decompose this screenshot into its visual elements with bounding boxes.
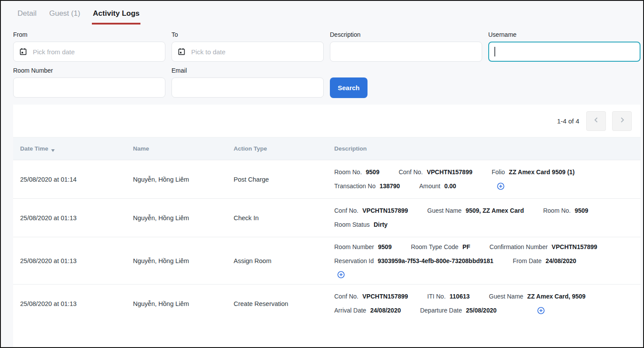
column-header-action-type: Action Type — [234, 145, 334, 152]
results-card: 1-4 of 4 Date TimeNameAction TypeDescrip… — [13, 105, 640, 347]
description-label: Description — [330, 31, 482, 39]
desc-value: 9509 — [574, 206, 588, 215]
desc-value: VPCHTN157899 — [362, 292, 408, 301]
to-date-input[interactable] — [172, 42, 324, 62]
desc-label: Room Status — [334, 220, 370, 229]
cell-date-time: 25/08/2020 at 01:13 — [20, 214, 133, 221]
column-header-label: Name — [133, 145, 149, 152]
description-pair: Conf No.VPCHTN157899 — [334, 206, 408, 215]
desc-label: Amount — [419, 182, 440, 191]
tab-guest-1[interactable]: Guest (1) — [48, 5, 81, 25]
tab-bar: DetailGuest (1)Activity Logs — [17, 5, 140, 25]
expand-icon[interactable] — [537, 306, 545, 315]
column-header-date-time[interactable]: Date Time — [20, 145, 133, 152]
desc-value: 9303959a-7f53-4efb-800e-73208bbd9181 — [378, 257, 494, 266]
desc-value: Dirty — [374, 220, 388, 229]
expand-icon[interactable] — [337, 271, 345, 279]
table-body: 25/08/2020 at 01:14Nguyễn, Hồng LiêmPost… — [13, 160, 640, 347]
description-line: Room Number9509Room Type CodePFConfirmat… — [334, 243, 640, 252]
room-number-field: Room Number — [13, 67, 165, 98]
cell-action-type: Assign Room — [234, 257, 334, 264]
desc-value: 25/08/2020 — [466, 306, 497, 315]
cell-date-time: 25/08/2020 at 01:13 — [20, 300, 133, 307]
description-line: Arrival Date24/08/2020Departure Date25/0… — [334, 306, 640, 315]
description-line: Room No.9509Conf No.VPCHTN157899FolioZZ … — [334, 168, 640, 177]
desc-value: PF — [462, 243, 470, 252]
cell-name: Nguyễn, Hồng Liêm — [133, 257, 234, 264]
tab-activity-logs[interactable]: Activity Logs — [92, 5, 140, 25]
username-input[interactable] — [488, 42, 640, 62]
room-number-input[interactable] — [13, 77, 165, 98]
desc-value: 9509 — [366, 168, 379, 177]
desc-label: Confirmation Number — [490, 243, 548, 252]
cell-action-type: Check In — [234, 214, 334, 221]
desc-value: 0.00 — [444, 182, 456, 191]
description-field: Description — [330, 31, 482, 62]
activity-logs-page: DetailGuest (1)Activity Logs From To — [0, 0, 644, 348]
description-pair: Conf No.VPCHTN157899 — [334, 292, 408, 301]
desc-value: ZZ Amex Card 9509 (1) — [509, 168, 574, 177]
cell-name: Nguyễn, Hồng Liêm — [133, 214, 234, 221]
description-line: Transaction No138790Amount0.00 — [334, 182, 640, 191]
desc-value: VPCHTN157899 — [552, 243, 597, 252]
cell-description: Conf No.VPCHTN157899Guest Name9509, ZZ A… — [334, 206, 640, 229]
description-pair: Reservation Id9303959a-7f53-4efb-800e-73… — [334, 257, 494, 266]
desc-value: 9509 — [378, 243, 392, 252]
table-row: 25/08/2020 at 01:13Nguyễn, Hồng LiêmCrea… — [13, 284, 640, 323]
column-header-name: Name — [133, 145, 234, 152]
next-page-button[interactable] — [612, 111, 632, 131]
desc-value: 24/08/2020 — [370, 306, 401, 315]
description-line: Conf No.VPCHTN157899ITI No.110613Guest N… — [334, 292, 640, 301]
calendar-icon[interactable] — [178, 48, 186, 57]
description-input[interactable] — [330, 42, 482, 62]
from-date-field: From — [13, 31, 165, 62]
desc-label: Conf No. — [334, 292, 358, 301]
email-field: Email — [172, 67, 324, 98]
desc-label: Conf No. — [399, 168, 423, 177]
desc-value: 24/08/2020 — [546, 257, 576, 266]
table-row: 25/08/2020 at 01:13Nguyễn, Hồng LiêmAssi… — [13, 237, 640, 284]
desc-label: Room Number — [334, 243, 374, 252]
pagination-range: 1-4 of 4 — [557, 117, 579, 125]
room-number-label: Room Number — [13, 67, 165, 74]
username-label: Username — [488, 31, 640, 39]
expand-icon[interactable] — [497, 182, 505, 190]
description-pair: Amount0.00 — [419, 182, 456, 191]
column-header-description: Description — [334, 145, 640, 152]
email-label: Email — [172, 67, 324, 74]
table-header-row: Date TimeNameAction TypeDescription — [13, 137, 640, 160]
from-date-input[interactable] — [13, 42, 165, 62]
to-label: To — [172, 31, 324, 39]
cell-action-type: Post Charge — [234, 176, 334, 183]
desc-label: Arrival Date — [334, 306, 366, 315]
description-pair: Room No.9509 — [543, 206, 588, 215]
cell-date-time: 25/08/2020 at 01:13 — [20, 257, 133, 264]
column-header-label: Date Time — [20, 145, 48, 152]
desc-label: Departure Date — [420, 306, 462, 315]
cell-name: Nguyễn, Hồng Liêm — [133, 300, 234, 307]
desc-label: Guest Name — [489, 292, 524, 301]
description-pair: Room Number9509 — [334, 243, 392, 252]
description-line — [334, 271, 640, 279]
email-input[interactable] — [172, 77, 324, 98]
description-line: Conf No.VPCHTN157899Guest Name9509, ZZ A… — [334, 206, 640, 215]
cell-date-time: 25/08/2020 at 01:14 — [20, 176, 133, 183]
description-pair: Room StatusDirty — [334, 220, 388, 229]
username-field: Username — [488, 31, 640, 62]
description-line: Room StatusDirty — [334, 220, 640, 229]
description-pair: ITI No.110613 — [427, 292, 470, 301]
desc-label: Room Type Code — [411, 243, 458, 252]
calendar-icon[interactable] — [19, 48, 27, 57]
cell-description: Room No.9509Conf No.VPCHTN157899FolioZZ … — [334, 168, 640, 191]
description-pair: Guest Name9509, ZZ Amex Card — [427, 206, 524, 215]
cell-name: Nguyễn, Hồng Liêm — [133, 176, 234, 183]
chevron-right-icon — [619, 116, 626, 125]
desc-label: Room No. — [334, 168, 362, 177]
desc-value: 9509, ZZ Amex Card — [466, 206, 524, 215]
tab-detail[interactable]: Detail — [17, 5, 37, 25]
desc-label: ITI No. — [427, 292, 446, 301]
desc-value: 110613 — [450, 292, 470, 301]
search-button[interactable]: Search — [330, 77, 368, 98]
table-row: 25/08/2020 at 01:14Nguyễn, Hồng LiêmPost… — [13, 160, 640, 198]
prev-page-button[interactable] — [586, 111, 606, 131]
